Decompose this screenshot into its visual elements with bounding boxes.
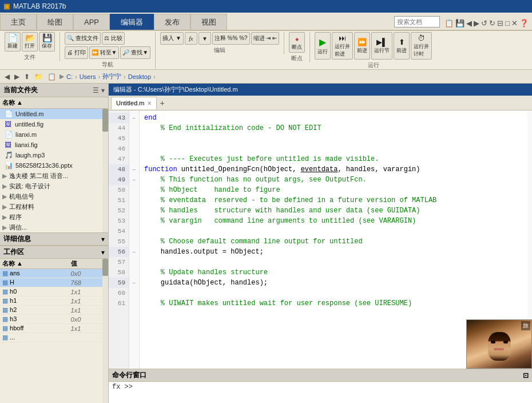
- copy-btn[interactable]: 📋: [46, 73, 57, 81]
- file-item-untitled-m[interactable]: 📄 Untitled.m: [0, 109, 108, 119]
- folder-btn[interactable]: 📁: [33, 73, 44, 81]
- workspace-toggle[interactable]: ▾: [101, 248, 105, 256]
- group-item-4[interactable]: ▶ 工程材料: [0, 201, 108, 212]
- group-item-6[interactable]: ▶ 调信...: [0, 222, 108, 232]
- code-fold-indicator[interactable]: −: [129, 278, 139, 288]
- workspace-row[interactable]: ▦ h2 1x1: [0, 306, 108, 315]
- help-icon[interactable]: ❓: [519, 19, 529, 27]
- group-item-3[interactable]: ▶ 机电信号: [0, 191, 108, 201]
- toolbar-icon-7[interactable]: ⊟: [497, 19, 503, 27]
- breakpoint-button[interactable]: ⬥ 断点: [289, 32, 305, 53]
- editor-tabs: Untitled.m ✕ +: [109, 96, 532, 110]
- toolbar-icon-1[interactable]: 📋: [444, 19, 454, 27]
- toolbar-icon-2[interactable]: 💾: [455, 19, 464, 27]
- up-btn[interactable]: ⬆: [23, 73, 31, 81]
- workspace-row[interactable]: ▦ H 768: [0, 278, 108, 287]
- insert-button[interactable]: 插入 ▼: [160, 32, 184, 45]
- filetree-scrollbar[interactable]: [102, 109, 108, 232]
- code-fold-indicator[interactable]: −: [129, 113, 139, 123]
- step-button[interactable]: ⬆ 前进: [394, 32, 410, 60]
- advance-button[interactable]: ⏩ 前进: [354, 32, 370, 60]
- filetree-scrollbar-thumb[interactable]: [102, 109, 108, 132]
- code-fold-indicator[interactable]: −: [129, 164, 139, 175]
- path-c[interactable]: C:: [66, 73, 73, 80]
- fx-button[interactable]: fx: [185, 32, 197, 45]
- detail-toggle[interactable]: ▾: [101, 235, 105, 243]
- path-users[interactable]: Users: [80, 73, 96, 80]
- code-fold-indicator: [129, 216, 139, 226]
- file-item-lianxi-fig[interactable]: 🖼 lianxi.fig: [0, 140, 108, 150]
- run-section-button[interactable]: ▶▌ 运行节: [371, 32, 392, 60]
- workspace-row[interactable]: ▦ hboff 1x1: [0, 324, 108, 333]
- expand-button[interactable]: ▼: [198, 32, 211, 45]
- workspace-row[interactable]: ▦ h0 1x1: [0, 287, 108, 297]
- tab-editor[interactable]: 编辑器: [110, 14, 154, 30]
- file-item-untitled-fig[interactable]: 🖼 untitled.fig: [0, 119, 108, 129]
- comment-button[interactable]: 注释 %% %?: [212, 32, 250, 45]
- code-fold-indicator: [129, 195, 139, 206]
- group-item-2[interactable]: ▶ 实践: 电子设计: [0, 181, 108, 191]
- editor-tab-untitled[interactable]: Untitled.m ✕: [111, 97, 157, 109]
- thumb-label: 旅: [521, 321, 530, 330]
- run-time-button[interactable]: ⏱ 运行并计时: [411, 32, 432, 60]
- tab-plot[interactable]: 绘图: [37, 14, 73, 30]
- tab-home[interactable]: 主页: [0, 14, 37, 30]
- detail-panel: 详细信息 ▾: [0, 232, 108, 246]
- path-user[interactable]: 孙宁宁: [102, 72, 121, 81]
- toolbar-icon-4[interactable]: ▶: [474, 19, 479, 27]
- code-fold-indicator: [129, 154, 139, 164]
- tab-publish[interactable]: 发布: [154, 14, 190, 30]
- line-number: 52: [109, 206, 129, 216]
- toolbar-icon-9[interactable]: ✕: [511, 19, 518, 27]
- group-item-5[interactable]: ▶ 程序: [0, 212, 108, 222]
- ws-item-name: h1: [10, 297, 17, 304]
- file-group: 📄 新建 📂 打开 💾 保存 文件: [2, 32, 60, 61]
- workspace-scrollbar[interactable]: [102, 259, 108, 403]
- code-fold-indicator[interactable]: −: [129, 247, 139, 257]
- search-input[interactable]: [394, 16, 440, 27]
- goto-button[interactable]: ⏩ 转至▼: [89, 46, 120, 59]
- code-line: % Choose default command line output for…: [144, 236, 523, 247]
- save-button[interactable]: 💾 保存: [39, 32, 55, 52]
- find-button[interactable]: 🔎 查找▼: [120, 46, 150, 59]
- run-advance-button[interactable]: ⏭ 运行并前进: [332, 32, 353, 60]
- filetree-browse-icon[interactable]: ☰: [93, 86, 99, 94]
- workspace-panel: 工作区 ▾ 名称 ▲ 值 ▦ ans 0x0 ▦ H 768 ▦ h0 1x1: [0, 246, 108, 403]
- code-fold-indicator[interactable]: −: [129, 175, 139, 185]
- ws-item-icon: ▦: [2, 288, 8, 295]
- file-item-pptx[interactable]: 📊 586258f213c36.pptx: [0, 160, 108, 171]
- workspace-row[interactable]: ▦ h1 1x1: [0, 297, 108, 306]
- line-number: 56: [109, 247, 129, 257]
- run-button[interactable]: ▶ 运行: [315, 32, 331, 60]
- open-button[interactable]: 📂 打开: [22, 32, 38, 52]
- cmd-expand-icon[interactable]: ⊡: [523, 372, 529, 380]
- file-item-lianxi-m[interactable]: 📄 lianxi.m: [0, 129, 108, 140]
- tab-view[interactable]: 视图: [190, 14, 227, 30]
- print-button[interactable]: 🖨 打印: [65, 46, 88, 59]
- toolbar-icon-8[interactable]: □: [505, 19, 510, 27]
- toolbar-icon-3[interactable]: ◀: [466, 19, 472, 27]
- code-line: % eventdata reserved - to be defined in …: [144, 195, 523, 206]
- ws-item-name: H: [10, 279, 14, 286]
- file-item-laugh-mp3[interactable]: 🎵 laugh.mp3: [0, 150, 108, 160]
- find-file-button[interactable]: 🔍 查找文件: [65, 32, 101, 45]
- tab-close-button[interactable]: ✕: [147, 100, 152, 106]
- toolbar-icon-6[interactable]: ↻: [489, 19, 495, 27]
- workspace-header: 工作区 ▾: [0, 246, 108, 259]
- path-desktop[interactable]: Desktop: [128, 73, 151, 80]
- forward-btn[interactable]: ▶: [13, 73, 21, 81]
- group-item-1[interactable]: ▶ 逸夫楼 第二组 语音...: [0, 171, 108, 181]
- compare-button[interactable]: ⚖ 比较: [102, 32, 125, 45]
- workspace-scrollbar-thumb[interactable]: [102, 259, 108, 276]
- workspace-row[interactable]: ▦ h3 0x0: [0, 315, 108, 324]
- workspace-row[interactable]: ▦ ans 0x0: [0, 269, 108, 278]
- new-button[interactable]: 📄 新建: [5, 32, 21, 52]
- cmd-input[interactable]: [135, 383, 529, 391]
- filetree-close-icon[interactable]: ▾: [101, 86, 105, 94]
- workspace-row[interactable]: ▦ ...: [0, 333, 108, 342]
- toolbar-icon-5[interactable]: ↺: [481, 19, 487, 27]
- indent-button[interactable]: 缩进 ⇥ ⇤: [251, 32, 280, 45]
- add-tab-button[interactable]: +: [157, 97, 168, 109]
- tab-app[interactable]: APP: [73, 14, 110, 30]
- back-btn[interactable]: ◀: [3, 73, 11, 81]
